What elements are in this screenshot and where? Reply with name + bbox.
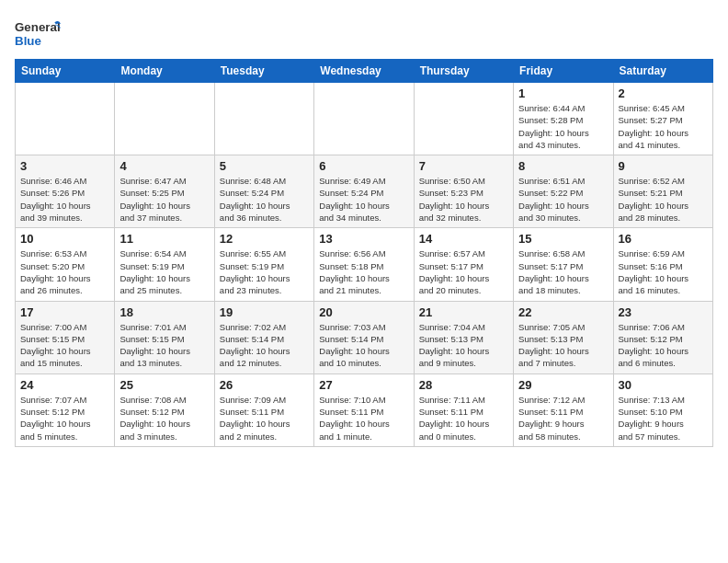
page-header: General Blue xyxy=(15,15,713,52)
calendar-cell: 17Sunrise: 7:00 AM Sunset: 5:15 PM Dayli… xyxy=(16,301,115,373)
day-number: 16 xyxy=(619,232,708,246)
day-number: 12 xyxy=(220,232,309,246)
calendar-cell: 7Sunrise: 6:50 AM Sunset: 5:23 PM Daylig… xyxy=(414,155,513,228)
calendar-cell: 11Sunrise: 6:54 AM Sunset: 5:19 PM Dayli… xyxy=(115,228,214,301)
day-info: Sunrise: 6:56 AM Sunset: 5:18 PM Dayligh… xyxy=(319,247,408,296)
day-number: 22 xyxy=(518,305,608,319)
day-info: Sunrise: 7:07 AM Sunset: 5:12 PM Dayligh… xyxy=(20,394,109,442)
calendar-cell: 30Sunrise: 7:13 AM Sunset: 5:10 PM Dayli… xyxy=(613,373,712,446)
day-number: 20 xyxy=(319,305,408,319)
day-number: 6 xyxy=(319,159,408,173)
weekday-header-monday: Monday xyxy=(115,60,214,83)
day-number: 19 xyxy=(220,305,309,319)
day-info: Sunrise: 6:46 AM Sunset: 5:26 PM Dayligh… xyxy=(20,175,109,224)
day-info: Sunrise: 6:50 AM Sunset: 5:23 PM Dayligh… xyxy=(419,175,508,224)
calendar-cell: 24Sunrise: 7:07 AM Sunset: 5:12 PM Dayli… xyxy=(16,373,115,446)
calendar-cell: 27Sunrise: 7:10 AM Sunset: 5:11 PM Dayli… xyxy=(314,373,414,446)
weekday-header-sunday: Sunday xyxy=(16,60,115,83)
day-number: 3 xyxy=(20,159,109,173)
day-number: 17 xyxy=(20,305,109,319)
day-info: Sunrise: 6:45 AM Sunset: 5:27 PM Dayligh… xyxy=(619,102,708,151)
day-info: Sunrise: 6:51 AM Sunset: 5:22 PM Dayligh… xyxy=(518,175,608,224)
calendar-cell: 18Sunrise: 7:01 AM Sunset: 5:15 PM Dayli… xyxy=(115,301,214,373)
calendar-cell: 19Sunrise: 7:02 AM Sunset: 5:14 PM Dayli… xyxy=(214,301,313,373)
calendar-cell: 26Sunrise: 7:09 AM Sunset: 5:11 PM Dayli… xyxy=(214,373,313,446)
day-number: 26 xyxy=(220,378,309,392)
day-info: Sunrise: 6:49 AM Sunset: 5:24 PM Dayligh… xyxy=(319,175,408,224)
calendar-cell: 28Sunrise: 7:11 AM Sunset: 5:11 PM Dayli… xyxy=(414,373,513,446)
calendar-cell: 3Sunrise: 6:46 AM Sunset: 5:26 PM Daylig… xyxy=(16,155,115,228)
day-info: Sunrise: 6:44 AM Sunset: 5:28 PM Dayligh… xyxy=(518,102,608,151)
calendar-cell: 1Sunrise: 6:44 AM Sunset: 5:28 PM Daylig… xyxy=(514,83,613,155)
day-number: 2 xyxy=(619,86,708,100)
calendar-cell: 8Sunrise: 6:51 AM Sunset: 5:22 PM Daylig… xyxy=(514,155,613,228)
day-info: Sunrise: 7:03 AM Sunset: 5:14 PM Dayligh… xyxy=(319,321,408,370)
calendar-cell xyxy=(115,83,214,155)
day-number: 27 xyxy=(319,378,408,392)
day-info: Sunrise: 6:53 AM Sunset: 5:20 PM Dayligh… xyxy=(20,247,109,296)
calendar-cell xyxy=(314,83,414,155)
day-number: 23 xyxy=(619,305,708,319)
calendar-week-1: 1Sunrise: 6:44 AM Sunset: 5:28 PM Daylig… xyxy=(16,83,713,155)
calendar-cell: 23Sunrise: 7:06 AM Sunset: 5:12 PM Dayli… xyxy=(613,301,712,373)
calendar-week-2: 3Sunrise: 6:46 AM Sunset: 5:26 PM Daylig… xyxy=(16,155,713,228)
day-info: Sunrise: 6:55 AM Sunset: 5:19 PM Dayligh… xyxy=(220,247,309,296)
calendar-cell: 13Sunrise: 6:56 AM Sunset: 5:18 PM Dayli… xyxy=(314,228,414,301)
weekday-header-thursday: Thursday xyxy=(414,60,513,83)
logo-icon: General Blue xyxy=(15,15,61,52)
day-number: 25 xyxy=(119,378,209,392)
day-info: Sunrise: 6:48 AM Sunset: 5:24 PM Dayligh… xyxy=(220,175,309,224)
calendar-cell: 21Sunrise: 7:04 AM Sunset: 5:13 PM Dayli… xyxy=(414,301,513,373)
calendar-cell: 2Sunrise: 6:45 AM Sunset: 5:27 PM Daylig… xyxy=(613,83,712,155)
day-info: Sunrise: 6:59 AM Sunset: 5:16 PM Dayligh… xyxy=(619,247,708,296)
day-number: 14 xyxy=(419,232,508,246)
day-number: 13 xyxy=(319,232,408,246)
day-info: Sunrise: 6:54 AM Sunset: 5:19 PM Dayligh… xyxy=(119,247,209,296)
day-info: Sunrise: 7:05 AM Sunset: 5:13 PM Dayligh… xyxy=(518,321,608,370)
day-info: Sunrise: 7:12 AM Sunset: 5:11 PM Dayligh… xyxy=(518,394,608,442)
day-info: Sunrise: 7:13 AM Sunset: 5:10 PM Dayligh… xyxy=(619,394,708,442)
calendar-cell: 25Sunrise: 7:08 AM Sunset: 5:12 PM Dayli… xyxy=(115,373,214,446)
calendar-cell xyxy=(214,83,313,155)
day-info: Sunrise: 7:00 AM Sunset: 5:15 PM Dayligh… xyxy=(20,321,109,370)
day-number: 18 xyxy=(119,305,209,319)
calendar-table: SundayMondayTuesdayWednesdayThursdayFrid… xyxy=(15,59,713,447)
day-number: 4 xyxy=(119,159,209,173)
day-info: Sunrise: 7:01 AM Sunset: 5:15 PM Dayligh… xyxy=(119,321,209,370)
day-number: 11 xyxy=(119,232,209,246)
day-number: 30 xyxy=(619,378,708,392)
day-info: Sunrise: 6:58 AM Sunset: 5:17 PM Dayligh… xyxy=(518,247,608,296)
day-number: 15 xyxy=(518,232,608,246)
calendar-cell: 22Sunrise: 7:05 AM Sunset: 5:13 PM Dayli… xyxy=(514,301,613,373)
calendar-cell: 5Sunrise: 6:48 AM Sunset: 5:24 PM Daylig… xyxy=(214,155,313,228)
day-info: Sunrise: 7:08 AM Sunset: 5:12 PM Dayligh… xyxy=(119,394,209,442)
calendar-cell: 9Sunrise: 6:52 AM Sunset: 5:21 PM Daylig… xyxy=(613,155,712,228)
calendar-cell: 29Sunrise: 7:12 AM Sunset: 5:11 PM Dayli… xyxy=(514,373,613,446)
calendar-cell: 12Sunrise: 6:55 AM Sunset: 5:19 PM Dayli… xyxy=(214,228,313,301)
calendar-cell: 6Sunrise: 6:49 AM Sunset: 5:24 PM Daylig… xyxy=(314,155,414,228)
weekday-header-tuesday: Tuesday xyxy=(214,60,313,83)
day-number: 5 xyxy=(220,159,309,173)
day-info: Sunrise: 6:47 AM Sunset: 5:25 PM Dayligh… xyxy=(119,175,209,224)
calendar-week-4: 17Sunrise: 7:00 AM Sunset: 5:15 PM Dayli… xyxy=(16,301,713,373)
calendar-cell xyxy=(414,83,513,155)
svg-text:Blue: Blue xyxy=(15,34,41,48)
calendar-cell: 20Sunrise: 7:03 AM Sunset: 5:14 PM Dayli… xyxy=(314,301,414,373)
day-info: Sunrise: 7:06 AM Sunset: 5:12 PM Dayligh… xyxy=(619,321,708,370)
day-number: 28 xyxy=(419,378,508,392)
day-number: 29 xyxy=(518,378,608,392)
day-info: Sunrise: 7:09 AM Sunset: 5:11 PM Dayligh… xyxy=(220,394,309,442)
day-number: 10 xyxy=(20,232,109,246)
weekday-header-wednesday: Wednesday xyxy=(314,60,414,83)
day-info: Sunrise: 7:04 AM Sunset: 5:13 PM Dayligh… xyxy=(419,321,508,370)
calendar-week-5: 24Sunrise: 7:07 AM Sunset: 5:12 PM Dayli… xyxy=(16,373,713,446)
calendar-cell: 14Sunrise: 6:57 AM Sunset: 5:17 PM Dayli… xyxy=(414,228,513,301)
calendar-week-3: 10Sunrise: 6:53 AM Sunset: 5:20 PM Dayli… xyxy=(16,228,713,301)
calendar-cell: 10Sunrise: 6:53 AM Sunset: 5:20 PM Dayli… xyxy=(16,228,115,301)
calendar-cell: 4Sunrise: 6:47 AM Sunset: 5:25 PM Daylig… xyxy=(115,155,214,228)
day-info: Sunrise: 7:11 AM Sunset: 5:11 PM Dayligh… xyxy=(419,394,508,442)
weekday-header-friday: Friday xyxy=(514,60,613,83)
day-number: 9 xyxy=(619,159,708,173)
day-info: Sunrise: 7:02 AM Sunset: 5:14 PM Dayligh… xyxy=(220,321,309,370)
weekday-header-saturday: Saturday xyxy=(613,60,712,83)
